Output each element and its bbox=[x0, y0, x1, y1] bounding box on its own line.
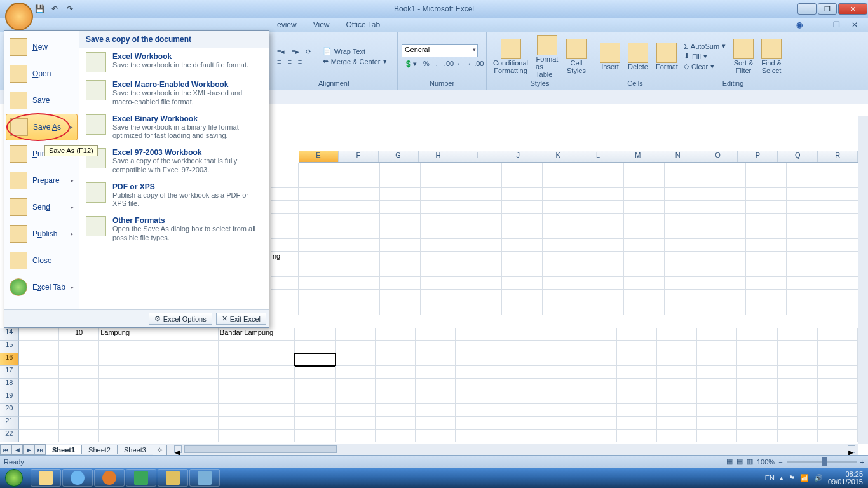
align-right-icon[interactable]: ≡ bbox=[295, 57, 304, 66]
autosum-button[interactable]: Σ AutoSum ▾ bbox=[681, 41, 728, 51]
col-header[interactable]: K bbox=[538, 151, 578, 162]
doc-close-icon[interactable]: ✕ bbox=[848, 19, 862, 30]
sheet-tab-1[interactable]: Sheet1 bbox=[45, 445, 82, 454]
wrap-text-button[interactable]: 📄 Wrap Text bbox=[320, 46, 390, 56]
menu-send[interactable]: Send▸ bbox=[4, 194, 79, 220]
close-button[interactable]: ✕ bbox=[838, 3, 867, 15]
help-icon[interactable]: ◉ bbox=[792, 19, 806, 30]
row-header[interactable]: 20 bbox=[0, 404, 19, 417]
comma-icon[interactable]: , bbox=[433, 59, 440, 69]
col-header[interactable]: H bbox=[419, 151, 459, 162]
row-header-14[interactable]: 14 bbox=[0, 328, 19, 341]
currency-icon[interactable]: 💲▾ bbox=[402, 59, 419, 69]
tray-flag-icon[interactable]: ⚑ bbox=[789, 474, 795, 482]
saveas-xlsx[interactable]: Excel WorkbookSave the workbook in the d… bbox=[79, 48, 269, 76]
row-header-16[interactable]: 16 bbox=[0, 353, 19, 366]
indent-inc-icon[interactable]: ≡▸ bbox=[288, 47, 301, 57]
tab-review[interactable]: eview bbox=[273, 19, 301, 30]
office-button[interactable] bbox=[5, 3, 33, 30]
row-header[interactable]: 19 bbox=[0, 391, 19, 404]
number-format-combo[interactable]: General bbox=[402, 44, 478, 57]
sort-filter-button[interactable]: Sort &Filter bbox=[731, 37, 756, 76]
sheet-tab-2[interactable]: Sheet2 bbox=[81, 445, 118, 454]
find-select-button[interactable]: Find &Select bbox=[759, 37, 784, 76]
row-header[interactable]: 21 bbox=[0, 417, 19, 430]
tray-show-hidden-icon[interactable]: ▴ bbox=[780, 474, 783, 482]
col-header[interactable]: N bbox=[658, 151, 698, 162]
menu-save-as[interactable]: Save As▸ bbox=[6, 114, 78, 140]
col-header[interactable]: M bbox=[618, 151, 658, 162]
sheet-nav-first-icon[interactable]: ⏮ bbox=[0, 444, 11, 455]
menu-open[interactable]: Open bbox=[4, 60, 79, 87]
menu-excel-tab[interactable]: Excel Tab▸ bbox=[4, 274, 79, 301]
align-left-icon[interactable]: ≡ bbox=[275, 57, 283, 66]
menu-prepare[interactable]: Prepare▸ bbox=[4, 167, 79, 194]
tray-clock[interactable]: 08:2509/01/2015 bbox=[828, 470, 863, 485]
horizontal-scrollbar[interactable]: ◂▸ bbox=[172, 444, 858, 455]
start-button[interactable] bbox=[0, 468, 28, 488]
cell-c14[interactable]: Lampung bbox=[99, 328, 219, 341]
view-layout-icon[interactable]: ▤ bbox=[736, 458, 743, 466]
delete-cells-button[interactable]: Delete bbox=[625, 41, 651, 72]
col-header[interactable]: R bbox=[818, 151, 858, 162]
taskbar-ie[interactable] bbox=[62, 469, 93, 487]
format-as-table-button[interactable]: Formatas Table bbox=[533, 34, 561, 79]
taskbar-firefox[interactable] bbox=[94, 469, 125, 487]
taskbar-excel[interactable] bbox=[126, 469, 156, 487]
tab-officetab[interactable]: Office Tab bbox=[342, 19, 384, 30]
row-header[interactable]: 15 bbox=[0, 341, 19, 353]
align-center-icon[interactable]: ≡ bbox=[285, 57, 294, 66]
qat-undo-icon[interactable]: ↶ bbox=[48, 3, 61, 15]
tab-view[interactable]: View bbox=[309, 19, 334, 30]
saveas-xlsm[interactable]: Excel Macro-Enabled WorkbookSave the wor… bbox=[79, 76, 269, 111]
doc-restore-icon[interactable]: ❐ bbox=[829, 19, 844, 30]
orientation-icon[interactable]: ⟳ bbox=[303, 47, 314, 57]
percent-icon[interactable]: % bbox=[421, 59, 432, 69]
sheet-nav-prev-icon[interactable]: ◀ bbox=[11, 444, 23, 455]
cell-d14[interactable]: Bandar Lampung bbox=[219, 328, 295, 341]
col-header[interactable]: O bbox=[698, 151, 738, 162]
tray-network-icon[interactable]: 📶 bbox=[800, 474, 809, 482]
col-header-e[interactable]: E bbox=[299, 151, 339, 162]
merge-center-button[interactable]: ⬌ Merge & Center ▾ bbox=[320, 57, 390, 66]
menu-publish[interactable]: Publish▸ bbox=[4, 220, 79, 247]
col-header[interactable]: L bbox=[578, 151, 618, 162]
col-header[interactable]: Q bbox=[778, 151, 818, 162]
saveas-xlsb[interactable]: Excel Binary WorkbookSave the workbook i… bbox=[79, 111, 269, 145]
cell-b14[interactable]: 10 bbox=[59, 328, 99, 341]
exit-excel-button[interactable]: ✕ Exit Excel bbox=[216, 313, 266, 325]
qat-redo-icon[interactable]: ↷ bbox=[64, 3, 76, 15]
excel-options-button[interactable]: ⚙ Excel Options bbox=[149, 313, 212, 325]
sheet-nav-next-icon[interactable]: ▶ bbox=[23, 444, 34, 455]
dec-decimal-icon[interactable]: ←.00 bbox=[465, 59, 486, 69]
inc-decimal-icon[interactable]: .00→ bbox=[442, 59, 463, 69]
format-cells-button[interactable]: Format bbox=[653, 41, 681, 72]
cell-styles-button[interactable]: CellStyles bbox=[564, 37, 589, 76]
taskbar-paint[interactable] bbox=[158, 469, 188, 487]
qat-save-icon[interactable]: 💾 bbox=[33, 3, 46, 15]
menu-new[interactable]: NNewew bbox=[4, 34, 79, 60]
menu-close[interactable]: Close bbox=[4, 247, 79, 274]
saveas-xls[interactable]: Excel 97-2003 WorkbookSave a copy of the… bbox=[79, 144, 269, 179]
saveas-pdf[interactable]: PDF or XPSPublish a copy of the workbook… bbox=[79, 179, 269, 213]
row-header[interactable]: 17 bbox=[0, 366, 19, 379]
new-sheet-icon[interactable]: ✧ bbox=[153, 445, 167, 455]
ribbon-min-icon[interactable]: — bbox=[810, 19, 825, 30]
row-header[interactable]: 18 bbox=[0, 379, 19, 391]
taskbar-explorer[interactable] bbox=[31, 469, 61, 487]
conditional-formatting-button[interactable]: ConditionalFormatting bbox=[491, 37, 531, 76]
col-header[interactable]: F bbox=[339, 151, 379, 162]
zoom-level[interactable]: 100% bbox=[757, 458, 775, 466]
view-normal-icon[interactable]: ▦ bbox=[726, 458, 733, 466]
sheet-tab-3[interactable]: Sheet3 bbox=[117, 445, 153, 454]
col-header[interactable]: J bbox=[498, 151, 538, 162]
col-header[interactable]: G bbox=[379, 151, 419, 162]
saveas-other[interactable]: Other FormatsOpen the Save As dialog box… bbox=[79, 212, 269, 247]
fill-button[interactable]: ⬇ Fill ▾ bbox=[681, 51, 728, 61]
zoom-out-icon[interactable]: − bbox=[778, 458, 782, 466]
col-header[interactable]: P bbox=[738, 151, 778, 162]
zoom-slider[interactable] bbox=[787, 461, 857, 463]
taskbar-photos[interactable] bbox=[189, 469, 220, 487]
zoom-in-icon[interactable]: + bbox=[860, 458, 864, 466]
menu-save[interactable]: Save bbox=[4, 87, 79, 114]
